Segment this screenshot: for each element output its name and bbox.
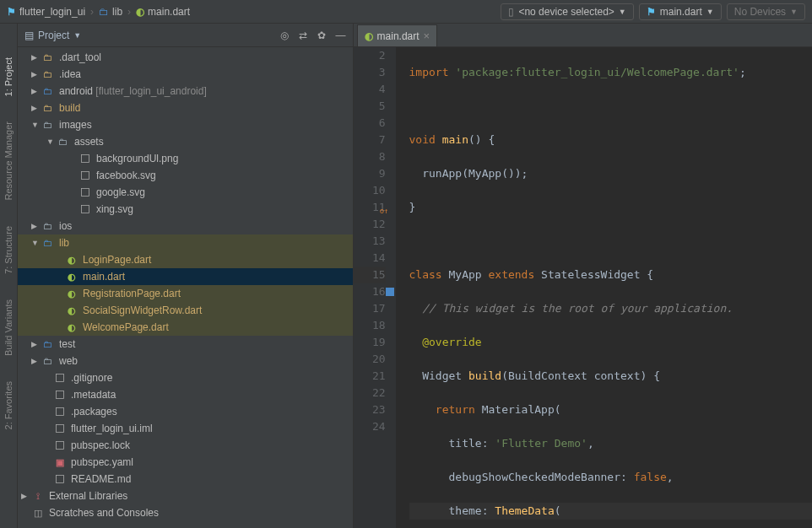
tree-item-file[interactable]: ▶▣pubspec.yaml (18, 454, 353, 471)
sidebar-tab-build-variants[interactable]: Build Variants (3, 299, 14, 356)
sidebar-tab-favorites[interactable]: 2: Favorites (3, 381, 14, 429)
label: .gitignore (71, 372, 112, 384)
left-sidebar: 1: Project Resource Manager 7: Structure… (0, 24, 18, 528)
label: google.svg (96, 186, 145, 198)
tree-item-assets[interactable]: ▼🗀assets (18, 133, 353, 150)
tree-item-dart-tool[interactable]: ▶🗀.dart_tool (18, 49, 353, 66)
tree-item-external-libs[interactable]: ▶⟟External Libraries (18, 488, 353, 504)
breadcrumb-project[interactable]: ⚑ flutter_login_ui (7, 6, 85, 18)
tree-item-file[interactable]: ▶🞎README.md (18, 471, 353, 488)
aim-icon[interactable]: ◎ (280, 30, 289, 41)
editor-gutter[interactable]: 2 3 4 5 6 7 8 9 10 11o↑ 12 13 14 15 16 1… (354, 47, 396, 528)
tree-item-file[interactable]: ▶🞎google.svg (18, 184, 353, 201)
tree-item-file[interactable]: ▶🞎backgroundUl.png (18, 150, 353, 167)
label: assets (74, 136, 104, 148)
device-label: <no device selected> (518, 6, 614, 18)
file-icon: 🞎 (78, 169, 92, 182)
dart-icon: ◐ (65, 287, 78, 300)
label: facebook.svg (96, 170, 156, 181)
run-config-selector[interactable]: ⚑ main.dart ▼ (639, 3, 722, 20)
tree-item-ios[interactable]: ▶🗀ios (18, 218, 353, 234)
project-tree[interactable]: ▶🗀.dart_tool ▶🗀.idea ▶🗀android [flutter_… (18, 47, 353, 528)
breadcrumb-folder-label: lib (112, 6, 122, 18)
editor-tabs: ◐ main.dart × (354, 24, 812, 47)
code-area[interactable]: import 'package:flutter_login_ui/Welcome… (396, 47, 812, 528)
label: External Libraries (49, 490, 127, 502)
breadcrumb-file-label: main.dart (148, 6, 190, 18)
nodev-label: No Devices (734, 6, 786, 18)
label: LoginPage.dart (83, 254, 151, 266)
expand-settings-icon[interactable]: ⇄ (299, 30, 307, 41)
project-panel: ▤ Project ▼ ◎ ⇄ ✿ — ▶🗀.dart_tool ▶🗀.idea… (18, 24, 354, 528)
sidebar-tab-project[interactable]: 1: Project (3, 57, 14, 96)
hide-icon[interactable]: — (336, 30, 346, 41)
phone-icon: ▯ (508, 6, 514, 18)
chevron-icon: › (127, 6, 131, 18)
project-view-selector[interactable]: ▤ Project ▼ (24, 30, 280, 41)
chevron-down-icon: ▼ (73, 31, 81, 40)
scratch-icon: ◫ (31, 506, 45, 520)
tree-item-file[interactable]: ▶🞎facebook.svg (18, 167, 353, 184)
close-icon[interactable]: × (424, 30, 430, 42)
tree-item-lib[interactable]: ▼🗀lib (18, 234, 353, 251)
tree-item-main-dart[interactable]: ▶◐main.dart (18, 268, 353, 285)
tree-item-file[interactable]: ▶🞎xing.svg (18, 201, 353, 218)
editor-body[interactable]: 2 3 4 5 6 7 8 9 10 11o↑ 12 13 14 15 16 1… (354, 47, 812, 528)
dart-icon: ◐ (136, 6, 144, 18)
label: WelcomePage.dart (83, 321, 169, 333)
label: web (59, 355, 78, 367)
tree-item-android[interactable]: ▶🗀android [flutter_login_ui_android] (18, 83, 353, 100)
top-toolbar: ⚑ flutter_login_ui › 🗀 lib › ◐ main.dart… (0, 0, 812, 24)
tree-item-file[interactable]: ▶🞎.metadata (18, 386, 353, 403)
tree-item-build[interactable]: ▶🗀build (18, 100, 353, 116)
tree-item-scratches[interactable]: ▶◫Scratches and Consoles (18, 504, 353, 521)
file-icon: 🞎 (78, 202, 92, 216)
tree-item-file[interactable]: ▶🞎.gitignore (18, 369, 353, 386)
tree-item-social-sign[interactable]: ▶◐SocialSignWidgetRow.dart (18, 302, 353, 319)
tree-item-welcome-page[interactable]: ▶◐WelcomePage.dart (18, 319, 353, 336)
gear-icon[interactable]: ✿ (317, 30, 326, 41)
no-devices-button[interactable]: No Devices ▼ (727, 3, 805, 20)
folder-icon: 🗀 (57, 135, 70, 148)
tree-item-file[interactable]: ▶🞎flutter_login_ui.iml (18, 420, 353, 437)
sidebar-tab-resource-manager[interactable]: Resource Manager (3, 121, 14, 201)
editor-panel: ◐ main.dart × 2 3 4 5 6 7 8 9 10 11o↑ 12… (354, 24, 812, 528)
flutter-icon: ⚑ (7, 6, 16, 18)
folder-icon: 🗀 (41, 101, 55, 115)
tree-item-login-page[interactable]: ▶◐LoginPage.dart (18, 251, 353, 268)
tree-item-test[interactable]: ▶🗀test (18, 336, 353, 353)
libs-icon: ⟟ (31, 489, 45, 503)
label: .dart_tool (59, 51, 101, 63)
tree-item-file[interactable]: ▶🞎pubspec.lock (18, 437, 353, 454)
label: flutter_login_ui.iml (71, 423, 153, 434)
tree-item-images[interactable]: ▼🗀images (18, 116, 353, 133)
label: backgroundUl.png (96, 153, 178, 164)
folder-icon: 🗀 (41, 219, 55, 233)
breadcrumb: ⚑ flutter_login_ui › 🗀 lib › ◐ main.dart (7, 6, 501, 18)
run-label: main.dart (660, 6, 702, 18)
project-header: ▤ Project ▼ ◎ ⇄ ✿ — (18, 24, 353, 47)
file-icon: 🞎 (53, 405, 67, 418)
editor-tab-main[interactable]: ◐ main.dart × (357, 24, 438, 46)
file-icon: 🞎 (53, 388, 67, 401)
breadcrumb-folder[interactable]: 🗀 lib (99, 6, 122, 18)
folder-icon: 🗀 (41, 67, 55, 81)
tree-item-web[interactable]: ▶🗀web (18, 353, 353, 369)
folder-icon: 🗀 (41, 337, 55, 351)
device-selector[interactable]: ▯ <no device selected> ▼ (501, 3, 633, 20)
tree-item-idea[interactable]: ▶🗀.idea (18, 66, 353, 83)
label: android [flutter_login_ui_android] (59, 85, 207, 97)
breakpoint-icon[interactable] (386, 288, 394, 296)
folder-icon: 🗀 (99, 6, 109, 18)
file-icon: 🞎 (78, 152, 92, 165)
breadcrumb-file[interactable]: ◐ main.dart (136, 6, 190, 18)
tab-label: main.dart (377, 30, 420, 42)
tree-item-file[interactable]: ▶🞎.packages (18, 403, 353, 420)
file-icon: 🞎 (53, 439, 67, 452)
main-area: 1: Project Resource Manager 7: Structure… (0, 24, 812, 528)
tree-item-registration-page[interactable]: ▶◐RegistrationPage.dart (18, 285, 353, 302)
folder-icon: 🗀 (41, 84, 55, 98)
sidebar-tab-structure[interactable]: 7: Structure (3, 226, 14, 274)
flutter-icon: ⚑ (647, 6, 656, 18)
folder-icon: 🗀 (41, 236, 55, 250)
